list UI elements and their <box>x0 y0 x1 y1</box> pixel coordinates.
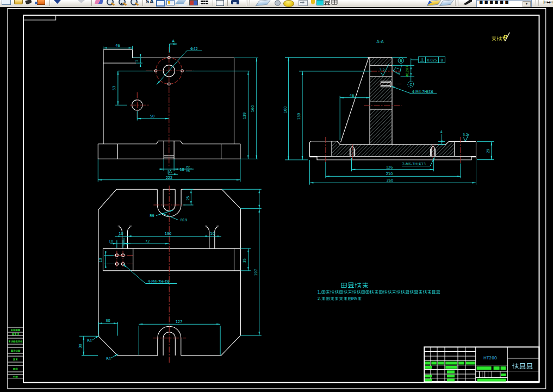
dimension-label: R19 <box>181 218 188 222</box>
toolbar-grip <box>455 0 456 6</box>
dimension-label: R4 <box>106 357 110 361</box>
svg-text:Φ42: Φ42 <box>190 47 198 51</box>
dimension-label: 72 <box>145 239 150 244</box>
cad-application-window: SA▪▪▪▪▪▪▼⊢↔⊣ HT200 465Φ42A535013916018H7… <box>0 0 553 392</box>
open-folder-icon[interactable] <box>14 0 23 4</box>
material-text: HT200 <box>483 356 497 360</box>
red-centerlines <box>107 47 461 363</box>
dimension-label: 46 <box>115 43 120 48</box>
svg-text:10: 10 <box>119 232 123 236</box>
dimension-label: 160 <box>283 107 288 114</box>
svg-text:130: 130 <box>165 232 172 236</box>
greek-text-bar <box>425 366 432 369</box>
layers-3d-icon[interactable] <box>255 0 271 6</box>
dimension-label: 127 <box>176 320 183 324</box>
eraser-icon[interactable] <box>95 0 103 4</box>
print-icon[interactable] <box>25 0 32 5</box>
zoom-window-icon[interactable] <box>123 2 127 6</box>
engineering-drawing: HT200 465Φ42A535013916018H7h6A22225R9R19… <box>0 7 553 392</box>
paste-icon[interactable] <box>37 0 45 5</box>
text-style-icon[interactable]: SA <box>146 0 153 5</box>
toolbar[interactable]: SA▪▪▪▪▪▪▼⊢↔⊣ <box>0 0 553 8</box>
svg-text:126: 126 <box>386 165 393 170</box>
dimension-label: 0.025 <box>427 58 437 63</box>
sheet-icon[interactable] <box>216 0 224 6</box>
greek-text-bar <box>425 379 432 382</box>
dimension-label: 126 <box>386 165 393 170</box>
dimension-label: 4 <box>440 130 442 134</box>
svg-text:R4: R4 <box>87 339 91 343</box>
svg-text:25: 25 <box>186 196 190 200</box>
style-combobox[interactable]: ▪▪▪▪▪▪▼ <box>476 0 532 8</box>
greek-text-bar <box>501 374 506 376</box>
greek-text-bar <box>447 375 455 377</box>
svg-text:A-A: A-A <box>377 39 384 44</box>
toolbar-grip <box>457 0 458 6</box>
svg-text:46: 46 <box>350 94 354 98</box>
pen-icon[interactable] <box>463 0 472 5</box>
svg-text:R4: R4 <box>106 357 110 361</box>
svg-text:Φ12H7: Φ12H7 <box>405 66 409 77</box>
svg-text:13: 13 <box>421 162 426 166</box>
dimension-label: 46 <box>350 94 354 98</box>
svg-text:0.025: 0.025 <box>427 58 437 63</box>
svg-text:18: 18 <box>180 167 184 172</box>
toolbar-label-dimension[interactable] <box>324 0 340 7</box>
dimension-label: 197 <box>254 269 258 276</box>
grid-icon[interactable] <box>200 0 208 5</box>
cyan-box-icon[interactable] <box>316 0 324 5</box>
layer-blue-icon[interactable] <box>439 0 455 6</box>
dimension-label: Φ42 <box>190 47 198 51</box>
dimension-label: 10 <box>109 239 113 244</box>
svg-text:3.2: 3.2 <box>463 133 468 137</box>
drawing-labels: 465Φ42A535013916018H7h6A22225R9R19101301… <box>78 36 533 369</box>
svg-text:2-M6-7H: 2-M6-7H <box>402 162 418 166</box>
drop-icon <box>168 1 170 4</box>
zoom-out-icon[interactable] <box>135 2 139 6</box>
dim-style-icon[interactable] <box>156 0 165 7</box>
layer-icon[interactable] <box>176 0 187 4</box>
dimension-label: H7 <box>187 165 190 169</box>
new-file-icon[interactable] <box>2 0 11 5</box>
dimension-label: 50 <box>150 114 154 119</box>
toolbar-grip <box>246 0 247 6</box>
svg-text:B: B <box>440 58 443 63</box>
color-icon[interactable] <box>189 0 198 5</box>
drawing-canvas[interactable]: HT200 465Φ42A535013916018H7h6A22225R9R19… <box>0 7 553 392</box>
greek-text-bar <box>438 362 444 365</box>
dimension-label: h6 <box>187 169 190 172</box>
undo-icon[interactable] <box>78 0 85 3</box>
svg-text:139: 139 <box>243 113 247 120</box>
svg-text:50: 50 <box>150 114 154 119</box>
surface-roughness-symbol <box>503 33 509 41</box>
dimension-label: 210 <box>386 172 393 176</box>
svg-text:R5: R5 <box>352 296 358 301</box>
svg-text:6: 6 <box>431 90 433 94</box>
svg-text:53: 53 <box>112 86 116 90</box>
save-icon[interactable] <box>54 0 61 4</box>
dimension-label: R9 <box>150 214 154 218</box>
svg-text:H7: H7 <box>187 165 190 169</box>
svg-text:B: B <box>400 59 402 63</box>
dimension-label: 10 <box>119 232 123 236</box>
dimension-label: A-A <box>377 39 384 44</box>
svg-text:R19: R19 <box>181 218 188 222</box>
svg-text:30: 30 <box>78 344 83 348</box>
layer2-icon <box>178 4 188 6</box>
dimension-label: 53 <box>112 86 116 90</box>
sun-icon[interactable] <box>283 0 294 7</box>
drop2-icon[interactable] <box>311 0 315 4</box>
dimension-label: 10 <box>98 258 103 262</box>
zoom-icon[interactable] <box>111 2 115 6</box>
dimension-label: 260 <box>387 178 394 183</box>
circle-icon[interactable] <box>275 0 281 6</box>
greek-text-bar <box>494 366 500 370</box>
svg-text:4-M4-7H: 4-M4-7H <box>412 90 427 94</box>
dimension-icon[interactable]: ⊢↔⊣ <box>543 0 552 5</box>
toolbar-separator <box>213 0 213 6</box>
paste-dot-icon[interactable] <box>35 2 38 4</box>
white-geometry <box>98 50 476 356</box>
svg-text:3.2: 3.2 <box>379 68 384 72</box>
greek-text-bar <box>425 362 431 365</box>
greek-text-bar <box>445 362 457 365</box>
